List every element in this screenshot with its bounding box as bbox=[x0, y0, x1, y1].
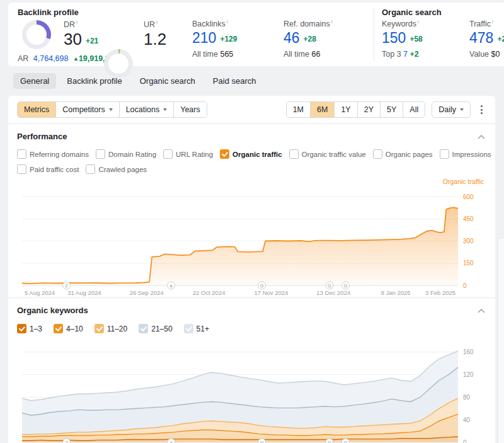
tab-backlink-profile[interactable]: Backlink profile bbox=[60, 73, 129, 89]
info-icon[interactable]: i bbox=[227, 19, 228, 25]
organic-keywords-section: Organic keywords 1–3 4–10 11–20 21–50 51… bbox=[8, 298, 495, 443]
svg-text:0: 0 bbox=[463, 439, 467, 443]
organic-search-title: Organic search bbox=[382, 8, 442, 17]
checkbox[interactable] bbox=[139, 324, 148, 333]
backlinks-delta: +129 bbox=[220, 35, 237, 45]
svg-text:120: 120 bbox=[463, 371, 474, 378]
info-icon[interactable]: i bbox=[331, 19, 333, 25]
metrics-header-card: Backlink profile DRi 30 +21 AR 4,764,698… bbox=[8, 3, 504, 66]
keywords-value[interactable]: 150 bbox=[382, 30, 406, 45]
checkbox-pos-1-3[interactable]: 1–3 bbox=[17, 324, 42, 333]
competitors-button[interactable]: Competitors bbox=[55, 102, 118, 117]
ref-domains-value[interactable]: 46 bbox=[284, 30, 300, 45]
checkbox[interactable] bbox=[17, 164, 26, 174]
checkbox-organic-traffic[interactable]: Organic traffic bbox=[220, 149, 282, 159]
checkbox[interactable] bbox=[94, 324, 104, 333]
granularity-dropdown[interactable]: Daily bbox=[432, 101, 471, 118]
svg-text:13 Dec 2024: 13 Dec 2024 bbox=[316, 289, 350, 296]
checkbox[interactable] bbox=[440, 149, 449, 159]
organic-keywords-chart[interactable]: 408012016005 Aug 202431 Aug 202426 Sep 2… bbox=[17, 335, 486, 443]
checkbox-crawled-pages[interactable]: Crawled pages bbox=[86, 164, 147, 174]
ur-metric: URi 1.2 bbox=[144, 20, 166, 47]
keywords-delta: +58 bbox=[410, 35, 422, 45]
organic-traffic-chart[interactable]: 15030045060005 Aug 202431 Aug 202426 Sep… bbox=[17, 176, 486, 297]
value-label: Value bbox=[469, 50, 489, 59]
checkbox[interactable] bbox=[54, 324, 63, 333]
performance-title: Performance bbox=[17, 132, 67, 141]
info-icon[interactable]: i bbox=[418, 19, 419, 25]
backlink-profile-title: Backlink profile bbox=[18, 8, 79, 17]
traffic-value[interactable]: 478 bbox=[469, 30, 493, 45]
tab-general[interactable]: General bbox=[13, 73, 56, 89]
info-icon[interactable]: i bbox=[492, 19, 493, 25]
top3-value[interactable]: 7 bbox=[403, 50, 408, 59]
checkbox[interactable] bbox=[220, 149, 229, 159]
svg-text:31 Aug 2024: 31 Aug 2024 bbox=[67, 289, 101, 296]
main-tabs: General Backlink profile Organic search … bbox=[13, 73, 263, 89]
checkbox[interactable] bbox=[17, 324, 26, 333]
range-6m[interactable]: 6M bbox=[310, 102, 334, 117]
ur-label: UR bbox=[144, 20, 155, 29]
checkbox-pos-21-50[interactable]: 21–50 bbox=[139, 324, 172, 333]
chart-toolbar: Metrics Competitors Locations Years 1M 6… bbox=[8, 96, 495, 124]
chevron-down-icon bbox=[460, 108, 464, 111]
svg-text:22 Oct 2024: 22 Oct 2024 bbox=[193, 289, 226, 296]
range-1y[interactable]: 1Y bbox=[334, 102, 357, 117]
svg-text:160: 160 bbox=[463, 348, 474, 355]
tab-paid-search[interactable]: Paid search bbox=[206, 73, 263, 89]
keywords-metric: Keywordsi 150 +58 Top 3 7 +2 bbox=[382, 19, 423, 59]
checkbox[interactable] bbox=[96, 149, 105, 159]
checkbox-pos-11-20[interactable]: 11–20 bbox=[94, 324, 127, 333]
svg-text:2: 2 bbox=[65, 440, 67, 443]
checkbox[interactable] bbox=[17, 149, 26, 159]
range-1m[interactable]: 1M bbox=[287, 102, 310, 117]
backlinks-value[interactable]: 210 bbox=[192, 30, 216, 45]
ref-domains-delta: +28 bbox=[304, 35, 316, 45]
checkbox-pos-51plus[interactable]: 51+ bbox=[184, 324, 209, 333]
svg-text:8 Jan 2025: 8 Jan 2025 bbox=[381, 289, 411, 296]
collapse-chevron-icon[interactable] bbox=[476, 130, 486, 142]
header-divider bbox=[374, 9, 374, 62]
checkbox-url-rating[interactable]: URL Rating bbox=[163, 149, 213, 159]
view-mode-group: Metrics Competitors Locations Years bbox=[17, 101, 207, 118]
metrics-button[interactable]: Metrics bbox=[18, 102, 55, 117]
ar-value[interactable]: 4,764,698 bbox=[33, 54, 69, 63]
checkbox[interactable] bbox=[289, 149, 299, 159]
checkbox-referring-domains[interactable]: Referring domains bbox=[17, 149, 89, 159]
organic-keywords-title: Organic keywords bbox=[17, 306, 88, 315]
tab-organic-search[interactable]: Organic search bbox=[133, 73, 202, 89]
checkbox-organic-traffic-value[interactable]: Organic traffic value bbox=[289, 149, 366, 159]
range-2y[interactable]: 2Y bbox=[357, 102, 380, 117]
top3-delta: +2 bbox=[410, 50, 419, 59]
chevron-down-icon bbox=[109, 108, 113, 111]
more-options-button[interactable] bbox=[477, 103, 486, 117]
checkbox-pos-4-10[interactable]: 4–10 bbox=[54, 324, 83, 333]
collapse-chevron-icon[interactable] bbox=[476, 304, 486, 316]
dr-delta: +21 bbox=[86, 37, 98, 47]
dr-metric: DRi 30 +21 bbox=[64, 20, 98, 47]
svg-text:Organic traffic: Organic traffic bbox=[443, 178, 484, 185]
checkbox-impressions[interactable]: Impressions bbox=[440, 149, 491, 159]
checkbox-domain-rating[interactable]: Domain Rating bbox=[96, 149, 156, 159]
range-5y[interactable]: 5Y bbox=[380, 102, 403, 117]
svg-text:G: G bbox=[260, 283, 264, 289]
checkbox[interactable] bbox=[86, 164, 95, 174]
checkbox[interactable] bbox=[163, 149, 173, 159]
locations-button[interactable]: Locations bbox=[119, 102, 174, 117]
checkbox-organic-pages[interactable]: Organic pages bbox=[373, 149, 433, 159]
info-icon[interactable]: i bbox=[156, 20, 158, 25]
traffic-metric: Traffici 478 +214 Value $0 bbox=[469, 19, 504, 59]
ref-domains-alltime-value: 66 bbox=[311, 50, 320, 59]
checkbox[interactable] bbox=[184, 324, 193, 333]
svg-text:26 Sep 2024: 26 Sep 2024 bbox=[130, 289, 164, 296]
adjacent-panel-edge bbox=[498, 238, 504, 443]
svg-text:17 Nov 2024: 17 Nov 2024 bbox=[254, 289, 288, 296]
ur-value: 1.2 bbox=[144, 31, 166, 47]
years-button[interactable]: Years bbox=[173, 102, 207, 117]
checkbox-paid-traffic-cost[interactable]: Paid traffic cost bbox=[17, 164, 79, 174]
svg-text:G: G bbox=[344, 283, 348, 289]
date-range-group: 1M 6M 1Y 2Y 5Y All bbox=[286, 101, 426, 118]
checkbox[interactable] bbox=[373, 149, 382, 159]
range-all[interactable]: All bbox=[403, 102, 425, 117]
info-icon[interactable]: i bbox=[76, 20, 77, 25]
